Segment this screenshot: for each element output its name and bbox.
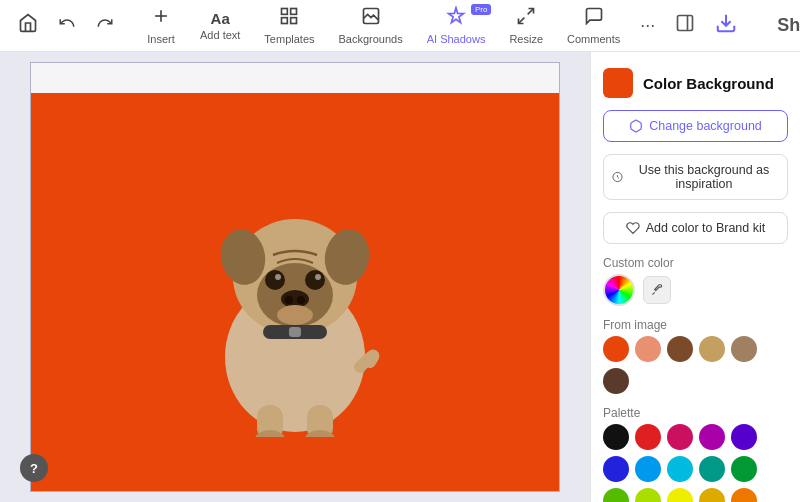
palette-color-dot[interactable] — [635, 456, 661, 482]
tool-backgrounds-label: Backgrounds — [339, 33, 403, 45]
palette-color-dot[interactable] — [667, 424, 693, 450]
svg-point-26 — [277, 305, 313, 325]
canvas-frame — [30, 62, 560, 492]
svg-rect-2 — [282, 9, 288, 15]
palette-color-dot[interactable] — [667, 456, 693, 482]
svg-line-8 — [519, 18, 525, 24]
svg-rect-28 — [289, 327, 301, 337]
palette-color-dot[interactable] — [667, 488, 693, 502]
eyedropper-icon — [650, 283, 664, 297]
from-image-color-dot[interactable] — [731, 336, 757, 362]
change-bg-icon — [629, 119, 643, 133]
home-button[interactable] — [12, 9, 44, 42]
change-background-button[interactable]: Change background — [603, 110, 788, 142]
share-button[interactable]: Share — [751, 11, 800, 40]
help-button[interactable]: ? — [20, 454, 48, 482]
tool-add-text[interactable]: Aa Add text — [190, 6, 250, 45]
tool-ai-shadows[interactable]: Pro AI Shadows — [417, 2, 496, 49]
from-image-color-dot[interactable] — [699, 336, 725, 362]
change-background-label: Change background — [649, 119, 762, 133]
help-icon: ? — [30, 461, 38, 476]
tool-backgrounds[interactable]: Backgrounds — [329, 2, 413, 49]
palette-color-dot[interactable] — [731, 424, 757, 450]
add-brand-kit-label: Add color to Brand kit — [646, 221, 766, 235]
main-area: ? Color Background Change background Use… — [0, 52, 800, 502]
palette-section: Palette — [603, 406, 788, 502]
tool-resize[interactable]: Resize — [499, 2, 553, 49]
palette-color-dot[interactable] — [699, 488, 725, 502]
svg-point-19 — [265, 270, 285, 290]
svg-point-20 — [275, 274, 281, 280]
tool-comments[interactable]: Comments — [557, 2, 630, 49]
custom-color-label: Custom color — [603, 256, 788, 270]
palette-color-dot[interactable] — [603, 456, 629, 482]
svg-line-7 — [528, 9, 534, 15]
palette-color-dot[interactable] — [603, 488, 629, 502]
ai-shadows-icon — [446, 6, 466, 31]
tool-add-text-label: Add text — [200, 29, 240, 41]
toolbar-nav — [12, 9, 120, 42]
right-panel: Color Background Change background Use t… — [590, 52, 800, 502]
tool-insert-label: Insert — [147, 33, 175, 45]
from-image-colors — [603, 336, 788, 394]
pro-badge: Pro — [471, 4, 491, 15]
from-image-label: From image — [603, 318, 788, 332]
svg-point-25 — [297, 296, 305, 304]
svg-line-12 — [762, 26, 766, 28]
palette-color-dot[interactable] — [699, 456, 725, 482]
more-button[interactable]: ··· — [634, 11, 661, 40]
palette-colors — [603, 424, 788, 502]
toolbar-actions: ··· Share — [634, 8, 800, 43]
use-inspiration-label: Use this background as inspiration — [629, 163, 779, 191]
from-image-color-dot[interactable] — [603, 368, 629, 394]
panel-toggle-button[interactable] — [669, 9, 701, 42]
templates-icon — [279, 6, 299, 31]
add-text-icon: Aa — [211, 10, 230, 27]
insert-icon — [151, 6, 171, 31]
color-picker-button[interactable] — [603, 274, 635, 306]
tool-insert[interactable]: Insert — [136, 2, 186, 49]
svg-point-22 — [315, 274, 321, 280]
tool-templates[interactable]: Templates — [254, 2, 324, 49]
use-inspiration-button[interactable]: Use this background as inspiration — [603, 154, 788, 200]
svg-line-13 — [762, 22, 766, 24]
palette-color-dot[interactable] — [635, 424, 661, 450]
toolbar-tools: Insert Aa Add text Templates Backgrounds… — [136, 2, 630, 49]
share-label: Share — [777, 15, 800, 36]
custom-color-section: Custom color — [603, 256, 788, 306]
palette-color-dot[interactable] — [603, 424, 629, 450]
tool-templates-label: Templates — [264, 33, 314, 45]
svg-rect-3 — [291, 9, 297, 15]
svg-point-21 — [305, 270, 325, 290]
backgrounds-icon — [361, 6, 381, 31]
eyedropper-button[interactable] — [643, 276, 671, 304]
brand-kit-icon — [626, 221, 640, 235]
panel-color-swatch — [603, 68, 633, 98]
palette-color-dot[interactable] — [635, 488, 661, 502]
palette-color-dot[interactable] — [731, 456, 757, 482]
from-image-color-dot[interactable] — [635, 336, 661, 362]
svg-rect-4 — [282, 18, 288, 24]
pug-illustration — [185, 147, 405, 437]
undo-button[interactable] — [52, 10, 82, 41]
from-image-color-dot[interactable] — [603, 336, 629, 362]
redo-button[interactable] — [90, 10, 120, 41]
palette-label: Palette — [603, 406, 788, 420]
tool-comments-label: Comments — [567, 33, 620, 45]
panel-title: Color Background — [643, 75, 774, 92]
panel-header: Color Background — [603, 68, 788, 98]
canvas-content — [31, 93, 559, 491]
resize-icon — [516, 6, 536, 31]
toolbar: Insert Aa Add text Templates Backgrounds… — [0, 0, 800, 52]
add-brand-kit-button[interactable]: Add color to Brand kit — [603, 212, 788, 244]
tool-ai-shadows-label: AI Shadows — [427, 33, 486, 45]
svg-point-24 — [285, 296, 293, 304]
custom-color-row — [603, 274, 788, 306]
palette-color-dot[interactable] — [731, 488, 757, 502]
from-image-color-dot[interactable] — [667, 336, 693, 362]
download-button[interactable] — [709, 8, 743, 43]
palette-color-dot[interactable] — [699, 424, 725, 450]
canvas-area[interactable]: ? — [0, 52, 590, 502]
from-image-section: From image — [603, 318, 788, 394]
tool-resize-label: Resize — [509, 33, 543, 45]
